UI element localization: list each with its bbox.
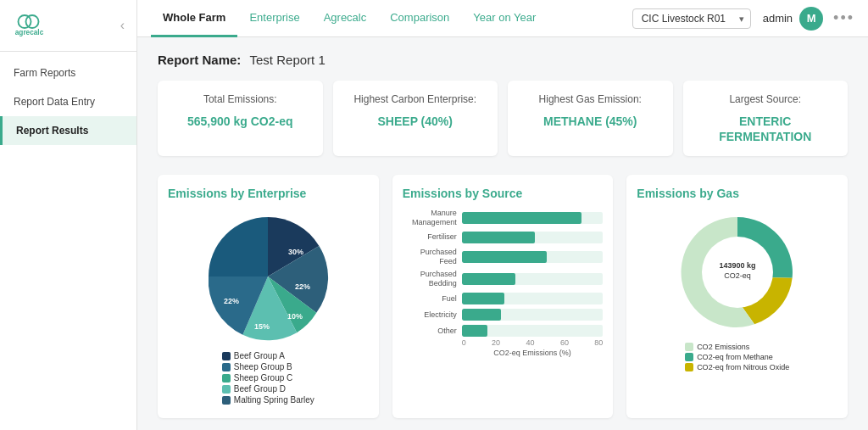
legend-dot-sheep-b <box>222 363 231 371</box>
legend-dot-sheep-c <box>222 374 231 383</box>
legend-dot-nitrous <box>685 363 693 371</box>
agrecalc-logo: agrecalc <box>12 10 63 41</box>
bar-track <box>462 293 604 304</box>
svg-text:CO2-eq: CO2-eq <box>724 271 751 280</box>
card-highest-carbon-title: Highest Carbon Enterprise: <box>343 92 488 107</box>
charts-row: Emissions by Enterprise <box>158 175 848 418</box>
sidebar-item-report-results[interactable]: Report Results <box>0 116 136 145</box>
bar-chart-area: Manure ManagementFertiliserPurchased Fee… <box>403 209 604 337</box>
main-content: Whole Farm Enterprise Agrecalc Compariso… <box>137 0 868 430</box>
bar-row: Purchased Feed <box>403 248 604 266</box>
sidebar: agrecalc ‹ Farm Reports Report Data Entr… <box>0 0 137 430</box>
donut-legend: CO2 Emissions CO2-eq from Methane CO2-eq… <box>685 343 789 373</box>
bar-track <box>462 309 604 321</box>
bar-label: Purchased Feed <box>403 248 457 266</box>
svg-point-0 <box>19 15 31 28</box>
bar-fill <box>462 309 502 321</box>
svg-text:22%: 22% <box>295 282 310 291</box>
bar-row: Fuel <box>403 293 604 304</box>
bar-label: Manure Management <box>403 209 457 227</box>
sidebar-collapse-button[interactable]: ‹ <box>120 18 125 33</box>
sidebar-item-farm-reports[interactable]: Farm Reports <box>0 59 136 87</box>
bar-row: Fertiliser <box>403 232 604 243</box>
chart-source-title: Emissions by Source <box>403 187 604 200</box>
bar-label: Electricity <box>403 310 457 320</box>
svg-text:agrecalc: agrecalc <box>15 29 44 36</box>
bar-fill <box>462 251 547 263</box>
tab-whole-farm[interactable]: Whole Farm <box>151 0 237 37</box>
card-total-emissions-value: 565,900 kg CO2-eq <box>168 114 313 129</box>
pie-chart-container: 30% 22% 10% 15% 22% Beef Group A <box>168 209 369 406</box>
legend-co2: CO2 Emissions <box>685 343 789 351</box>
legend-dot-co2 <box>685 343 693 351</box>
chart-enterprise-title: Emissions by Enterprise <box>168 187 369 200</box>
bar-track <box>462 325 604 337</box>
bar-axis-ticks: 0 20 40 60 80 <box>462 338 604 347</box>
donut-chart-svg: 143900 kg CO2-eq <box>674 209 801 336</box>
pie-legend: Beef Group A Sheep Group B Sheep Group C <box>222 351 314 406</box>
top-navigation: Whole Farm Enterprise Agrecalc Compariso… <box>137 0 868 37</box>
legend-barley: Malting Spring Barley <box>222 395 314 405</box>
report-name-value: Test Report 1 <box>250 53 326 67</box>
bar-row: Other <box>403 325 604 337</box>
legend-nitrous: CO2-eq from Nitrous Oxide <box>685 363 789 371</box>
chart-gas: Emissions by Gas 1 <box>626 175 848 418</box>
legend-beef-a: Beef Group A <box>222 351 314 360</box>
pie-chart-svg: 30% 22% 10% 15% 22% <box>200 209 336 344</box>
bar-fill <box>462 273 515 285</box>
bar-chart: Manure ManagementFertiliserPurchased Fee… <box>403 209 604 357</box>
donut-chart-wrapper: 143900 kg CO2-eq <box>674 209 801 336</box>
bar-row: Purchased Bedding <box>403 270 604 288</box>
tab-comparison[interactable]: Comparison <box>378 0 461 37</box>
bar-label: Purchased Bedding <box>403 270 457 288</box>
bar-row: Electricity <box>403 309 604 321</box>
sidebar-logo: agrecalc ‹ <box>0 0 136 52</box>
legend-methane: CO2-eq from Methane <box>685 353 789 361</box>
donut-container: 143900 kg CO2-eq CO2 Emissions CO2-eq fr… <box>637 209 837 373</box>
user-avatar[interactable]: M <box>799 7 823 31</box>
card-total-emissions-title: Total Emissions: <box>168 92 313 107</box>
bar-label: Other <box>403 327 457 336</box>
more-options-button[interactable]: ••• <box>833 9 854 27</box>
bar-axis-label: CO2-eq Emissions (%) <box>462 349 604 357</box>
legend-sheep-c: Sheep Group C <box>222 373 314 383</box>
chart-gas-title: Emissions by Gas <box>637 187 837 200</box>
legend-dot-methane <box>685 353 693 361</box>
report-name-row: Report Name: Test Report 1 <box>158 53 848 67</box>
chart-source: Emissions by Source Manure ManagementFer… <box>392 175 614 418</box>
card-largest-source-value: ENTERIC FERMENTATION <box>693 114 838 144</box>
svg-point-1 <box>26 15 39 28</box>
legend-sheep-b: Sheep Group B <box>222 362 314 371</box>
legend-beef-d: Beef Group D <box>222 384 314 394</box>
tab-year-on-year[interactable]: Year on Year <box>461 0 548 37</box>
bar-fill <box>462 232 536 243</box>
bar-row: Manure Management <box>403 209 604 227</box>
bar-track <box>462 212 604 224</box>
tab-enterprise[interactable]: Enterprise <box>237 0 311 37</box>
bar-label: Fertiliser <box>403 232 457 242</box>
card-highest-gas: Highest Gas Emission: METHANE (45%) <box>508 81 673 156</box>
card-highest-gas-value: METHANE (45%) <box>518 114 663 129</box>
svg-text:143900 kg: 143900 kg <box>719 261 755 270</box>
report-selector: CIC Livestock R01 CIC Livestock R02 <box>632 8 751 29</box>
summary-cards: Total Emissions: 565,900 kg CO2-eq Highe… <box>158 81 848 156</box>
report-dropdown-wrapper: CIC Livestock R01 CIC Livestock R02 <box>632 8 751 29</box>
tab-agrecalc[interactable]: Agrecalc <box>312 0 379 37</box>
legend-dot-beef-d <box>222 385 231 394</box>
sidebar-nav: Farm Reports Report Data Entry Report Re… <box>0 52 136 430</box>
card-highest-carbon-value: SHEEP (40%) <box>343 114 488 129</box>
bar-label: Fuel <box>403 294 457 304</box>
report-dropdown[interactable]: CIC Livestock R01 CIC Livestock R02 <box>632 8 751 29</box>
user-name: admin <box>763 12 793 25</box>
card-highest-gas-title: Highest Gas Emission: <box>518 92 663 107</box>
card-total-emissions: Total Emissions: 565,900 kg CO2-eq <box>158 81 323 156</box>
bar-fill <box>462 293 504 304</box>
report-name-label: Report Name: <box>158 53 241 67</box>
bar-fill <box>462 212 582 224</box>
sidebar-item-report-data-entry[interactable]: Report Data Entry <box>0 87 136 116</box>
page-content: Report Name: Test Report 1 Total Emissio… <box>137 37 868 430</box>
svg-text:22%: 22% <box>224 297 239 305</box>
svg-text:10%: 10% <box>287 312 303 321</box>
svg-text:15%: 15% <box>254 322 270 331</box>
legend-dot-beef-a <box>222 352 231 360</box>
